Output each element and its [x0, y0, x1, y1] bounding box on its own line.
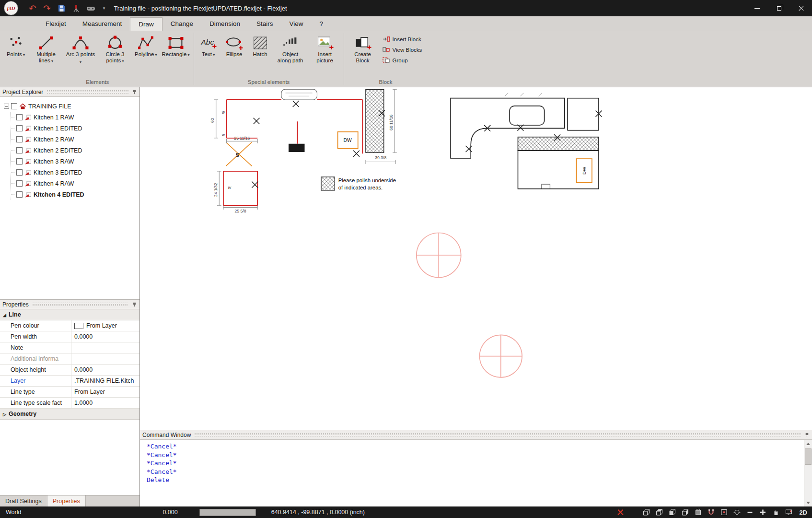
target-icon[interactable]: [732, 508, 741, 517]
tree-item-kitchen-4-edited[interactable]: Kitchen 4 EDITED: [11, 189, 139, 200]
property-value[interactable]: .TRAINING FILE.Kitch: [74, 377, 134, 384]
kitchen-plan-right[interactable]: DW: [451, 98, 602, 189]
rectangle-button[interactable]: Rectangle: [160, 33, 192, 59]
tree-item-kitchen-2-edited[interactable]: Kitchen 2 EDITED: [11, 145, 139, 156]
pin-icon[interactable]: [132, 302, 137, 307]
tab-measurement[interactable]: Measurement: [74, 17, 130, 31]
tab-change[interactable]: Change: [162, 17, 201, 31]
ellipse-button[interactable]: Ellipse: [221, 33, 247, 58]
dishwasher-box-left[interactable]: DW: [338, 132, 358, 149]
polish-note[interactable]: Please polish underside of indicated are…: [321, 177, 396, 190]
measurement-target-circles[interactable]: [417, 233, 522, 377]
tab-properties[interactable]: Properties: [47, 495, 86, 506]
checkbox[interactable]: [16, 114, 23, 120]
tab-dimension[interactable]: Dimension: [201, 17, 248, 31]
checkbox[interactable]: [16, 158, 23, 165]
object-along-path-button[interactable]: Object along path: [273, 33, 308, 63]
property-row-line-type[interactable]: Line type From Layer: [0, 387, 139, 398]
tab-stairs[interactable]: Stairs: [248, 17, 281, 31]
points-button[interactable]: Points: [3, 33, 29, 59]
zoom-out-icon[interactable]: [745, 508, 754, 517]
property-row-pen-width[interactable]: Pen width 0.0000: [0, 331, 139, 342]
tab-view[interactable]: View: [281, 17, 311, 31]
property-row-pen-colour[interactable]: Pen colour From Layer: [0, 320, 139, 331]
text-button[interactable]: Abc Text: [196, 33, 221, 59]
restore-button[interactable]: [768, 0, 790, 16]
zoom-in-icon[interactable]: [758, 508, 767, 517]
pin-icon[interactable]: [132, 89, 137, 95]
drawing-tag[interactable]: [281, 89, 317, 100]
view-mode-indicator[interactable]: 2D: [799, 509, 807, 516]
property-row-line-type-scale-factor[interactable]: Line type scale fact 1.0000: [0, 398, 139, 409]
undo-icon[interactable]: ↶: [29, 4, 36, 13]
measurement-circle-2[interactable]: [480, 335, 522, 377]
measure-device-icon[interactable]: [72, 4, 80, 12]
property-label[interactable]: Layer: [0, 376, 71, 386]
tree-item-kitchen-4-raw[interactable]: Kitchen 4 RAW: [11, 178, 139, 189]
app-logo-icon[interactable]: f3D: [4, 1, 18, 15]
property-row-additional-information[interactable]: Additional informa: [0, 353, 139, 365]
property-row-note[interactable]: Note: [0, 342, 139, 353]
tab-draw[interactable]: Draw: [130, 17, 162, 31]
property-value[interactable]: 0.0000: [74, 366, 93, 373]
scroll-down-button[interactable]: [804, 499, 812, 506]
collapse-icon[interactable]: [4, 104, 9, 109]
coordinate-system-selector[interactable]: World: [6, 509, 21, 516]
tree-item-kitchen-3-edited[interactable]: Kitchen 3 EDITED: [11, 167, 139, 178]
arc-3-points-button[interactable]: Arc 3 points: [63, 33, 98, 65]
insert-block-button[interactable]: Insert Block: [382, 35, 422, 43]
cabinet-top-right[interactable]: [568, 98, 599, 130]
side-view-icon[interactable]: [681, 508, 689, 517]
scrollbar[interactable]: [804, 440, 812, 506]
checkbox[interactable]: [16, 169, 23, 176]
tab-flexijet[interactable]: Flexijet: [37, 17, 74, 31]
property-value[interactable]: 0.0000: [74, 333, 93, 340]
view-blocks-button[interactable]: View Blocks: [382, 46, 422, 53]
tab-draft-settings[interactable]: Draft Settings: [0, 495, 47, 506]
pen-colour-swatch[interactable]: [74, 323, 83, 329]
circle-3-points-button[interactable]: Circle 3 points: [98, 33, 132, 64]
group-button[interactable]: Group: [382, 57, 422, 64]
close-button[interactable]: [790, 0, 812, 16]
minimize-button[interactable]: [746, 0, 768, 16]
hatch-button[interactable]: Hatch: [247, 33, 273, 58]
top-view-icon[interactable]: [655, 508, 663, 517]
tab-help[interactable]: ?: [311, 17, 331, 31]
create-block-button[interactable]: Create Block: [346, 33, 380, 63]
monitor-icon[interactable]: [784, 508, 793, 517]
drawing-canvas[interactable]: S DW: [140, 87, 812, 430]
polyline-button[interactable]: Polyline: [132, 33, 160, 59]
tree-item-kitchen-2-raw[interactable]: Kitchen 2 RAW: [11, 134, 139, 145]
tree-item-kitchen-3-raw[interactable]: Kitchen 3 RAW: [11, 156, 139, 167]
checkbox[interactable]: [11, 103, 17, 109]
kitchen-plan-left[interactable]: S DW: [210, 89, 542, 213]
property-value[interactable]: From Layer: [86, 322, 117, 329]
magnet-icon[interactable]: [707, 508, 715, 517]
property-row-object-height[interactable]: Object height 0.0000: [0, 365, 139, 376]
insert-picture-button[interactable]: Insert picture: [308, 33, 342, 63]
tree-root-training-file[interactable]: TRAINING FILE: [4, 101, 139, 112]
checkbox[interactable]: [16, 180, 23, 187]
save-icon[interactable]: [58, 4, 66, 12]
section-geometry[interactable]: Geometry: [0, 409, 139, 420]
scroll-up-button[interactable]: [804, 440, 812, 447]
sink-symbol[interactable]: S: [226, 142, 252, 166]
shaded-cube-icon[interactable]: [694, 508, 702, 517]
sink-outline[interactable]: [510, 106, 544, 125]
tree-item-kitchen-1-edited[interactable]: Kitchen 1 EDITED: [11, 123, 139, 134]
checkbox[interactable]: [16, 147, 23, 153]
checkbox[interactable]: [16, 191, 23, 198]
point-markers[interactable]: [252, 101, 385, 188]
scrollbar-thumb[interactable]: [805, 448, 812, 465]
section-line[interactable]: Line: [0, 309, 139, 320]
property-value[interactable]: 1.0000: [74, 400, 93, 406]
property-value[interactable]: From Layer: [74, 388, 105, 395]
appliance-block[interactable]: [289, 144, 304, 152]
snap-icon[interactable]: [719, 508, 728, 517]
tree-item-kitchen-1-raw[interactable]: Kitchen 1 RAW: [11, 112, 139, 123]
front-view-icon[interactable]: [668, 508, 676, 517]
gamepad-icon[interactable]: [86, 5, 95, 12]
measurement-circle-1[interactable]: [417, 233, 461, 277]
property-row-layer[interactable]: Layer .TRAINING FILE.Kitch: [0, 376, 139, 387]
checkbox[interactable]: [16, 125, 23, 131]
